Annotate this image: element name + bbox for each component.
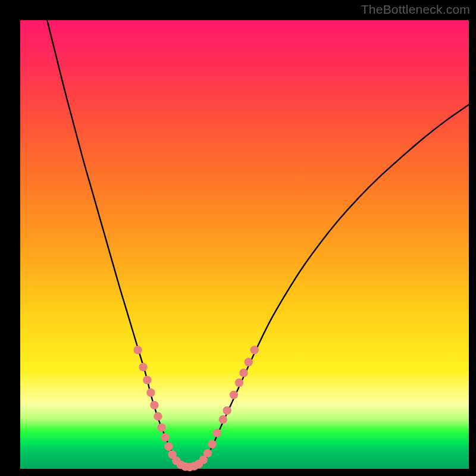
- curve-markers: [133, 346, 258, 471]
- bottleneck-curve: [47, 20, 469, 468]
- marker-dot: [208, 440, 217, 448]
- marker-dot: [161, 433, 169, 441]
- marker-dot: [235, 378, 243, 387]
- marker-dot: [133, 346, 142, 354]
- curve-svg: [20, 20, 469, 469]
- marker-dot: [230, 390, 238, 399]
- marker-dot: [157, 423, 165, 431]
- marker-dot: [139, 363, 147, 371]
- marker-dot: [213, 428, 221, 437]
- marker-dot: [146, 389, 155, 397]
- plot-area: [20, 20, 469, 469]
- marker-dot: [219, 415, 227, 424]
- marker-dot: [143, 376, 151, 384]
- marker-dot: [203, 449, 212, 457]
- marker-dot: [245, 358, 253, 366]
- watermark-text: TheBottleneck.com: [361, 2, 470, 17]
- marker-dot: [154, 412, 162, 421]
- chart-frame: TheBottleneck.com: [0, 0, 476, 476]
- marker-dot: [164, 442, 173, 450]
- marker-dot: [223, 406, 231, 415]
- marker-dot: [239, 368, 248, 377]
- marker-dot: [250, 346, 258, 354]
- marker-dot: [150, 401, 158, 409]
